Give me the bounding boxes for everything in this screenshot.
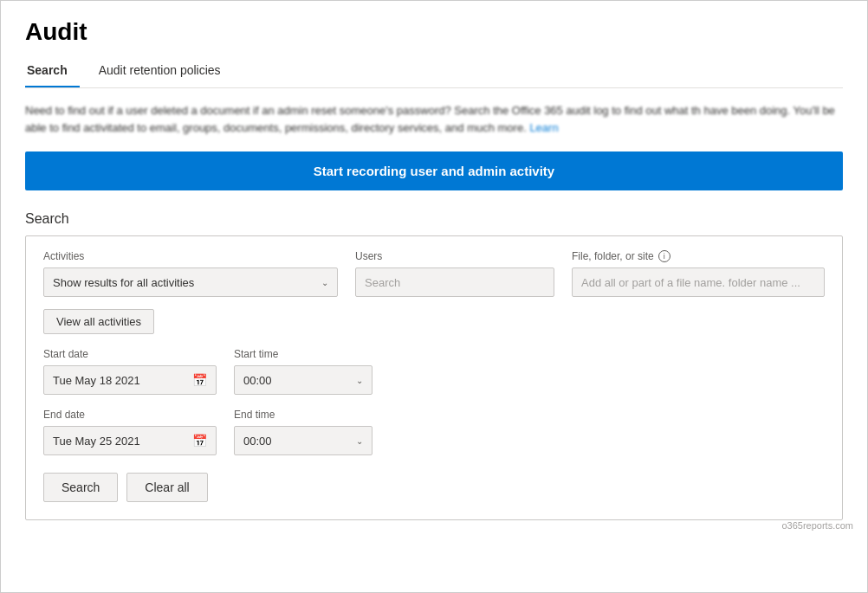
footer-attribution: o365reports.com (781, 520, 853, 531)
search-section: Search Activities Show results for all a… (25, 211, 843, 520)
start-recording-button[interactable]: Start recording user and admin activity (25, 151, 843, 190)
file-folder-field-group: File, folder, or site i (572, 250, 825, 334)
start-date-label: Start date (43, 348, 217, 360)
file-folder-input[interactable] (572, 267, 825, 297)
activities-dropdown-arrow: ⌄ (321, 278, 328, 287)
clear-all-button[interactable]: Clear all (126, 473, 207, 502)
action-buttons-row: Search Clear all (43, 473, 825, 502)
search-panel: Activities Show results for all activiti… (25, 235, 843, 520)
end-time-field-group: End time 00:00 ⌄ (234, 409, 372, 455)
file-folder-label: File, folder, or site (572, 250, 654, 262)
users-field-group: Users (355, 250, 554, 334)
view-all-activities-button[interactable]: View all activities (43, 309, 154, 334)
start-time-dropdown-arrow: ⌄ (356, 376, 363, 385)
activities-label: Activities (43, 250, 338, 262)
start-time-label: Start time (234, 348, 372, 360)
learn-link[interactable]: Learn (529, 121, 558, 134)
start-time-value: 00:00 (243, 374, 272, 387)
tab-search[interactable]: Search (25, 56, 80, 87)
end-time-dropdown[interactable]: 00:00 ⌄ (234, 426, 372, 455)
start-time-dropdown[interactable]: 00:00 ⌄ (234, 365, 372, 395)
activities-field-group: Activities Show results for all activiti… (43, 250, 338, 334)
end-date-calendar-icon: 📅 (192, 434, 207, 448)
end-time-dropdown-arrow: ⌄ (356, 436, 363, 446)
activities-value: Show results for all activities (53, 276, 194, 289)
tabs-bar: Search Audit retention policies (25, 56, 843, 88)
start-date-calendar-icon: 📅 (192, 373, 207, 387)
end-date-value: Tue May 25 2021 (53, 435, 140, 448)
activities-dropdown[interactable]: Show results for all activities ⌄ (43, 267, 338, 297)
file-folder-info-icon: i (658, 250, 670, 262)
page-title: Audit (25, 18, 843, 46)
start-time-field-group: Start time 00:00 ⌄ (234, 348, 372, 395)
end-time-value: 00:00 (243, 435, 272, 448)
start-date-time-row: Start date Tue May 18 2021 📅 Start time … (43, 348, 825, 395)
start-date-field-group: Start date Tue May 18 2021 📅 (43, 348, 217, 395)
end-date-time-row: End date Tue May 25 2021 📅 End time 00:0… (43, 409, 825, 455)
description-text: Need to find out if a user deleted a doc… (25, 102, 843, 136)
end-time-label: End time (234, 409, 372, 421)
end-date-label: End date (43, 409, 217, 421)
start-date-picker[interactable]: Tue May 18 2021 📅 (43, 365, 217, 395)
end-date-picker[interactable]: Tue May 25 2021 📅 (43, 426, 217, 455)
users-label: Users (355, 250, 554, 262)
end-date-field-group: End date Tue May 25 2021 📅 (43, 409, 217, 455)
search-button[interactable]: Search (43, 473, 118, 502)
search-section-title: Search (25, 211, 843, 227)
search-top-row: Activities Show results for all activiti… (43, 250, 825, 334)
tab-audit-retention[interactable]: Audit retention policies (97, 56, 233, 87)
users-search-input[interactable] (355, 267, 554, 297)
start-date-value: Tue May 18 2021 (53, 374, 140, 387)
